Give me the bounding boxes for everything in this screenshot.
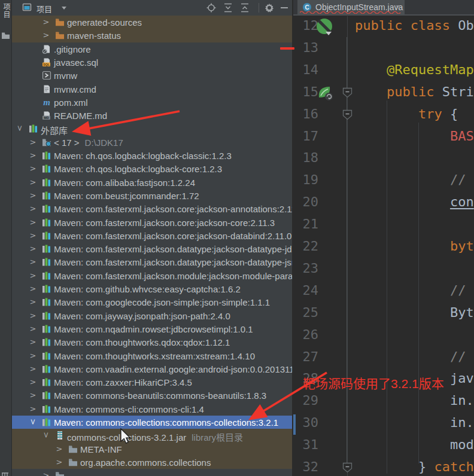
tree-item-generated-sources[interactable]: >generated-sources: [12, 16, 292, 29]
tree-item-label: Maven: com.fasterxml.jackson.datatype:ja…: [54, 257, 292, 267]
tree-item-maven-com.thoughtworks.qdox-qdox-1.12.1[interactable]: >Maven: com.thoughtworks.qdox:qdox:1.12.…: [12, 335, 292, 349]
tree-item-maven-commons-cli-commons-cli-1.4[interactable]: >Maven: commons-cli:commons-cli:1.4: [12, 402, 292, 416]
hide-panel-icon[interactable]: [279, 2, 290, 13]
tab-objectinputstream[interactable]: C ObjectInputStream.java ×: [297, 0, 405, 14]
chevron-collapsed-icon[interactable]: >: [29, 324, 37, 333]
tree-item-javasec.sql[interactable]: SQLjavasec.sql: [12, 56, 292, 69]
spring-request-mapping-icon[interactable]: [317, 85, 333, 103]
chevron-expanded-icon[interactable]: >: [42, 432, 51, 439]
tree-item-meta-inf[interactable]: >META-INF: [12, 443, 292, 456]
md-icon: MD: [42, 111, 51, 120]
code-token: @RequestMap: [387, 62, 474, 77]
chevron-collapsed-icon[interactable]: >: [29, 191, 37, 200]
tree-item-maven-status[interactable]: >maven-status: [12, 29, 292, 42]
tree-item-maven-com.fasterxml.jackson.core-jackson[interactable]: >Maven: com.fasterxml.jackson.core:jacks…: [12, 229, 292, 242]
chevron-collapsed-icon[interactable]: >: [29, 284, 37, 293]
chevron-collapsed-icon[interactable]: >: [29, 257, 37, 266]
chevron-expanded-icon[interactable]: >: [29, 419, 38, 426]
gitignore-icon: [42, 44, 51, 54]
tree-item-maven-com.googlecode.json-simple-json-si[interactable]: >Maven: com.googlecode.json-simple:json-…: [12, 295, 292, 309]
code-token: BAS: [450, 129, 474, 144]
code-token: [355, 172, 450, 187]
tree-item-org.apache.commons.collections[interactable]: >org.apache.commons.collections: [12, 456, 292, 469]
project-toolwindow-button[interactable]: 项目: [1, 3, 11, 19]
tree-item-.gitignore[interactable]: .gitignore: [12, 42, 292, 56]
library-icon: [42, 377, 51, 387]
fold-marker[interactable]: [342, 109, 353, 120]
locate-icon[interactable]: [206, 2, 217, 13]
code-line-25: Byt: [355, 305, 474, 320]
expand-all-icon[interactable]: [223, 2, 233, 13]
tree-item-maven-com.fasterxml.jackson.core-jackson[interactable]: >Maven: com.fasterxml.jackson.core:jacks…: [12, 216, 292, 229]
chevron-collapsed-icon[interactable]: >: [29, 204, 37, 213]
chevron-collapsed-icon[interactable]: >: [29, 377, 37, 386]
settings-gear-icon[interactable]: [264, 2, 275, 13]
tree-item-commons-collections-3.2.1.jar[interactable]: >commons-collections-3.2.1.jarlibrary根目录: [12, 429, 292, 442]
tree-item-maven-com.zaxxer-hikaricp-3.4.5[interactable]: >Maven: com.zaxxer:HikariCP:3.4.5: [12, 376, 292, 389]
fold-marker[interactable]: [342, 462, 353, 473]
fold-marker[interactable]: [342, 87, 353, 98]
chevron-collapsed-icon[interactable]: >: [29, 178, 37, 187]
chevron-collapsed-icon[interactable]: >: [29, 271, 37, 280]
panel-title[interactable]: 项目: [37, 3, 52, 14]
chevron-collapsed-icon[interactable]: >: [29, 138, 37, 147]
tree-item-maven-commons-beanutils-commons-beanutil[interactable]: >Maven: commons-beanutils:commons-beanut…: [12, 389, 292, 402]
chevron-collapsed-icon[interactable]: >: [29, 218, 37, 227]
library-icon: [42, 364, 51, 374]
chevron-collapsed-icon[interactable]: >: [56, 444, 63, 453]
tree-item-maven-com.fasterxml.jackson.datatype-jac[interactable]: >Maven: com.fasterxml.jackson.datatype:j…: [12, 242, 292, 255]
tree-item-label: Maven: com.fasterxml.jackson.core:jackso…: [54, 204, 292, 214]
tree-item-外部库[interactable]: >外部库: [12, 122, 292, 135]
tree-item-mvnw[interactable]: mvnw: [12, 69, 292, 82]
tree-item-maven-commons-collections-commons-collec[interactable]: >Maven: commons-collections:commons-coll…: [12, 416, 292, 429]
tree-item--17-[interactable]: >< 17 >D:\JDK17: [12, 136, 292, 149]
line-number: 17: [293, 129, 318, 144]
code-line-22: byt: [355, 239, 474, 254]
library-icon: [42, 151, 51, 160]
chevron-collapsed-icon[interactable]: >: [56, 457, 63, 466]
folder-icon[interactable]: [1, 31, 10, 42]
tree-item-maven-com.fasterxml.jackson.module-jacks[interactable]: >Maven: com.fasterxml.jackson.module:jac…: [12, 269, 292, 282]
tree-item-maven-com.vaadin.external.google-android[interactable]: >Maven: com.vaadin.external.google:andro…: [12, 362, 292, 376]
chevron-collapsed-icon[interactable]: >: [29, 231, 37, 240]
spring-bean-icon[interactable]: [316, 17, 334, 39]
chevron-collapsed-icon[interactable]: >: [29, 311, 37, 320]
tree-item-mvnw.cmd[interactable]: mvnw.cmd: [12, 83, 292, 96]
chevron-collapsed-icon[interactable]: >: [29, 164, 37, 173]
tree-item-label: Maven: com.fasterxml.jackson.datatype:ja…: [54, 244, 292, 254]
tree-item-maven-com.fasterxml.jackson.datatype-jac[interactable]: >Maven: com.fasterxml.jackson.datatype:j…: [12, 255, 292, 268]
chevron-collapsed-icon[interactable]: >: [29, 244, 37, 253]
close-icon[interactable]: ×: [395, 2, 400, 11]
maven-icon: m: [42, 97, 51, 107]
chevron-expanded-icon[interactable]: >: [16, 125, 25, 132]
chevron-collapsed-icon[interactable]: >: [42, 471, 50, 476]
tree-item-readme.md[interactable]: MDREADME.md: [12, 109, 292, 122]
chevron-collapsed-icon[interactable]: >: [29, 337, 37, 346]
chevron-collapsed-icon[interactable]: >: [29, 151, 37, 160]
tree-item-maven-com.beust-jcommander-1.72[interactable]: >Maven: com.beust:jcommander:1.72: [12, 189, 292, 202]
code-token: mod: [450, 437, 474, 452]
chevron-collapsed-icon[interactable]: >: [29, 297, 37, 306]
tree-item-maven-com.fasterxml.jackson.core-jackson[interactable]: >Maven: com.fasterxml.jackson.core:jacks…: [12, 202, 292, 215]
tree-item-maven-com.thoughtworks.xstream-xstream-1[interactable]: >Maven: com.thoughtworks.xstream:xstream…: [12, 349, 292, 362]
tree-item-maven-com.github.whvcse-easy-captcha-1.6[interactable]: >Maven: com.github.whvcse:easy-captcha:1…: [12, 282, 292, 295]
tree-item-maven-com.jayway.jsonpath-json-path-2.4.[interactable]: >Maven: com.jayway.jsonpath:json-path:2.…: [12, 309, 292, 322]
project-view-icon[interactable]: [22, 2, 33, 13]
tree-item-maven-com.alibaba-fastjson-1.2.24[interactable]: >Maven: com.alibaba:fastjson:1.2.24: [12, 176, 292, 189]
library-icon: [42, 271, 51, 280]
chevron-collapsed-icon[interactable]: >: [29, 404, 37, 413]
tree-item-maven-ch.qos.logback-logback-classic-1.2[interactable]: >Maven: ch.qos.logback:logback-classic:1…: [12, 149, 292, 162]
chevron-collapsed-icon[interactable]: >: [29, 390, 37, 399]
chevron-collapsed-icon[interactable]: >: [29, 351, 37, 360]
tree-item-pom.xml[interactable]: mpom.xml: [12, 96, 292, 109]
tree-item-maven-com.nqadmin.rowset-jdbcrowsetimpl-[interactable]: >Maven: com.nqadmin.rowset:jdbcrowsetimp…: [12, 322, 292, 335]
chevron-collapsed-icon[interactable]: >: [42, 17, 50, 26]
collapse-all-icon[interactable]: [239, 2, 250, 13]
tree-item-maven-ch.qos.logback-logback-core-1.2.3[interactable]: >Maven: ch.qos.logback:logback-core:1.2.…: [12, 162, 292, 175]
partial-icon[interactable]: [1, 470, 10, 476]
folder-orange-icon: [55, 17, 65, 27]
chevron-down-icon[interactable]: [62, 7, 66, 10]
chevron-collapsed-icon[interactable]: >: [29, 364, 37, 373]
tree-item-partial[interactable]: >: [12, 469, 292, 476]
chevron-collapsed-icon[interactable]: >: [42, 30, 50, 39]
